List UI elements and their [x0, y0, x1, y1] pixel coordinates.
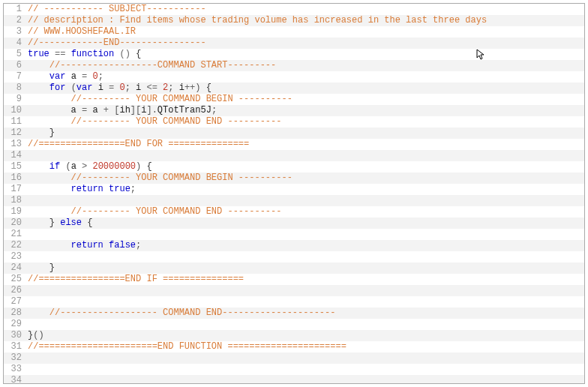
line-content[interactable]: return false; — [26, 240, 584, 251]
line-number: 13 — [4, 139, 26, 150]
line-content[interactable]: var a = 0; — [26, 71, 584, 82]
code-line[interactable]: 15 if (a > 20000000) { — [4, 161, 584, 172]
code-line[interactable]: 21 — [4, 229, 584, 240]
token — [28, 128, 50, 138]
code-line[interactable]: 29 — [4, 319, 584, 330]
code-line[interactable]: 18 — [4, 195, 584, 206]
line-content[interactable] — [26, 229, 584, 240]
line-content[interactable]: } — [26, 128, 584, 139]
line-content[interactable]: true == function () { — [26, 49, 584, 60]
line-content[interactable] — [26, 375, 584, 384]
line-content[interactable]: // WWW.HOOSHEFAAL.IR — [26, 26, 584, 38]
code-line[interactable]: 5true == function () { — [4, 49, 584, 60]
token — [104, 240, 109, 250]
code-line[interactable]: 2// description : Find items whose tradi… — [4, 15, 584, 26]
token — [28, 161, 50, 172]
code-line[interactable]: 30}() — [4, 330, 584, 341]
code-line[interactable]: 13//================END FOR ============… — [4, 139, 584, 150]
code-lines[interactable]: 1// ----------- SUBJECT-----------2// de… — [4, 4, 584, 384]
line-content[interactable]: //------------------COMMAND START-------… — [26, 60, 584, 71]
line-content[interactable]: for (var i = 0; i <= 2; i++) { — [26, 82, 584, 94]
token: //------------END---------------- — [28, 38, 206, 48]
code-line[interactable]: 26 — [4, 285, 584, 296]
line-number: 19 — [4, 206, 26, 218]
line-content[interactable]: //--------- YOUR COMMAND END ---------- — [26, 116, 584, 128]
token — [28, 308, 50, 318]
line-content[interactable] — [26, 364, 584, 375]
line-content[interactable]: return true; — [26, 184, 584, 195]
code-line[interactable]: 28 //------------------ COMMAND END-----… — [4, 308, 584, 319]
code-line[interactable]: 9 //--------- YOUR COMMAND BEGIN -------… — [4, 94, 584, 105]
code-line[interactable]: 4//------------END---------------- — [4, 38, 584, 49]
code-line[interactable]: 14 — [4, 150, 584, 161]
code-line[interactable]: 34 — [4, 375, 584, 384]
line-content[interactable]: a = a + [ih][i].QTotTran5J; — [26, 105, 584, 116]
code-line[interactable]: 24 } — [4, 262, 584, 274]
code-line[interactable]: 33 — [4, 364, 584, 375]
line-content[interactable]: } — [26, 262, 584, 274]
code-line[interactable]: 19 //--------- YOUR COMMAND END --------… — [4, 206, 584, 218]
line-content[interactable] — [26, 195, 584, 206]
token: ; — [98, 71, 104, 82]
token: i — [179, 82, 184, 93]
code-line[interactable]: 8 for (var i = 0; i <= 2; i++) { — [4, 82, 584, 94]
line-content[interactable]: //================END FOR ==============… — [26, 139, 584, 150]
line-number: 10 — [4, 105, 26, 116]
token: var — [50, 71, 66, 82]
token: //------------------COMMAND START-------… — [50, 60, 276, 70]
line-content[interactable]: // description : Find items whose tradin… — [26, 15, 584, 26]
line-content[interactable] — [26, 296, 584, 308]
code-line[interactable]: 25//================END IF =============… — [4, 274, 584, 285]
line-content[interactable] — [26, 352, 584, 364]
line-content[interactable] — [26, 150, 584, 161]
code-line[interactable]: 27 — [4, 296, 584, 308]
line-content[interactable]: }() — [26, 330, 584, 341]
line-content[interactable] — [26, 319, 584, 330]
line-number: 23 — [4, 251, 26, 262]
code-line[interactable]: 3// WWW.HOOSHEFAAL.IR — [4, 26, 584, 38]
token: ih — [119, 105, 130, 116]
code-line[interactable]: 22 return false; — [4, 240, 584, 251]
line-content[interactable] — [26, 251, 584, 262]
code-line[interactable]: 1// ----------- SUBJECT----------- — [4, 4, 584, 15]
code-line[interactable]: 17 return true; — [4, 184, 584, 195]
code-line[interactable]: 11 //--------- YOUR COMMAND END --------… — [4, 116, 584, 128]
line-number: 25 — [4, 274, 26, 285]
line-content[interactable]: //================END IF =============== — [26, 274, 584, 285]
code-line[interactable]: 16 //--------- YOUR COMMAND BEGIN ------… — [4, 172, 584, 184]
line-content[interactable]: if (a > 20000000) { — [26, 161, 584, 172]
line-content[interactable]: } else { — [26, 218, 584, 229]
token: ; — [125, 82, 136, 93]
line-content[interactable]: //--------- YOUR COMMAND END ---------- — [26, 206, 584, 218]
line-content[interactable]: // ----------- SUBJECT----------- — [26, 4, 584, 15]
token: > — [76, 161, 93, 172]
code-line[interactable]: 23 — [4, 251, 584, 262]
token: () — [114, 49, 136, 59]
line-content[interactable]: //------------END---------------- — [26, 38, 584, 49]
token: ]. — [146, 105, 157, 116]
token: //================END IF =============== — [28, 274, 244, 284]
code-line[interactable]: 7 var a = 0; — [4, 71, 584, 82]
token — [28, 184, 71, 194]
token — [28, 218, 50, 228]
line-number: 2 — [4, 15, 26, 26]
token: //================END FOR ==============… — [28, 139, 249, 149]
line-content[interactable]: //--------- YOUR COMMAND BEGIN ---------… — [26, 172, 584, 184]
token: = — [76, 105, 93, 116]
line-number: 3 — [4, 26, 26, 38]
line-content[interactable] — [26, 285, 584, 296]
line-content[interactable]: //------------------ COMMAND END--------… — [26, 308, 584, 319]
token: } — [50, 262, 55, 273]
line-content[interactable]: //--------- YOUR COMMAND BEGIN ---------… — [26, 94, 584, 105]
token: { — [87, 218, 92, 228]
line-number: 27 — [4, 296, 26, 308]
code-line[interactable]: 10 a = a + [ih][i].QTotTran5J; — [4, 105, 584, 116]
token: ; — [136, 240, 141, 250]
code-line[interactable]: 20 } else { — [4, 218, 584, 229]
code-line[interactable]: 32 — [4, 352, 584, 364]
code-line[interactable]: 12 } — [4, 128, 584, 139]
code-line[interactable]: 31//======================END FUNCTION =… — [4, 341, 584, 352]
line-content[interactable]: //======================END FUNCTION ===… — [26, 341, 584, 352]
code-editor[interactable]: 1// ----------- SUBJECT-----------2// de… — [3, 3, 585, 384]
code-line[interactable]: 6 //------------------COMMAND START-----… — [4, 60, 584, 71]
